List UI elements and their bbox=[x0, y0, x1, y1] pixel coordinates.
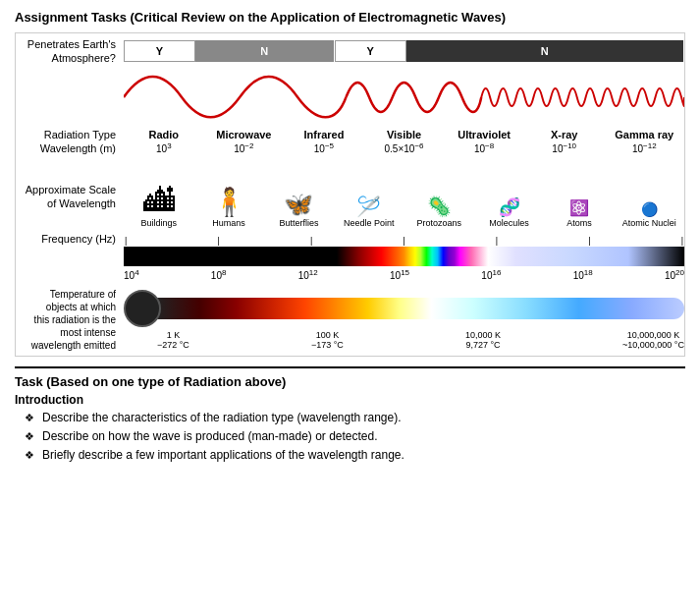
scale-atoms: ⚛️ Atoms bbox=[544, 200, 614, 228]
freq-val-7: 1020 bbox=[665, 268, 684, 281]
temperature-numbers: 1 K−272 °C 100 K−173 °C 10,000 K9,727 °C… bbox=[124, 330, 684, 350]
atmosphere-label: Penetrates Earth'sAtmosphere? bbox=[16, 37, 124, 66]
bullet-2-text: Describe on how the wave is produced (ma… bbox=[42, 429, 378, 443]
frequency-label: Frequency (Hz) bbox=[16, 232, 124, 246]
scale-protozoans: 🦠 Protozoans bbox=[404, 196, 474, 228]
atm-no-2: N bbox=[406, 40, 685, 62]
bullet-3: Briefly describe a few important applica… bbox=[25, 448, 685, 462]
scale-icons-row: 🏙 Buildings 🧍 Humans 🦋 Butterflies 🪡 Nee… bbox=[124, 159, 684, 228]
rad-microwave: Microwave 10−2 bbox=[204, 128, 285, 156]
rad-gamma: Gamma ray 10−12 bbox=[604, 128, 684, 156]
rad-radio: Radio 103 bbox=[124, 128, 204, 156]
scale-molecules: 🧬 Molecules bbox=[474, 198, 544, 228]
freq-tick: | bbox=[496, 236, 498, 246]
scale-humans: 🧍 Humans bbox=[193, 189, 263, 228]
humans-icon: 🧍 bbox=[212, 189, 246, 216]
scale-content: 🏙 Buildings 🧍 Humans 🦋 Butterflies 🪡 Nee… bbox=[124, 159, 684, 228]
freq-tick: | bbox=[681, 236, 683, 246]
intro-title: Introduction bbox=[15, 393, 685, 407]
rad-xray: X-ray 10−10 bbox=[524, 128, 605, 156]
wavelength-unit-text: Wavelength (m) bbox=[16, 141, 116, 155]
task-title: Task (Based on one type of Radiation abo… bbox=[15, 374, 685, 389]
scale-needle-label: Needle Point bbox=[344, 218, 395, 228]
radiation-label: Radiation Type Wavelength (m) bbox=[16, 128, 124, 156]
em-spectrum-chart: Penetrates Earth'sAtmosphere? Y N Y N bbox=[15, 32, 685, 357]
temp-100k: 100 K−173 °C bbox=[311, 330, 344, 350]
radiation-row: Radiation Type Wavelength (m) Radio 103 … bbox=[16, 128, 684, 156]
molecules-icon: 🧬 bbox=[499, 198, 520, 216]
freq-val-3: 1012 bbox=[298, 268, 318, 281]
frequency-numbers: 104 108 1012 1015 1016 1018 1020 bbox=[124, 268, 684, 281]
atm-yes-1: Y bbox=[124, 40, 195, 62]
section-divider bbox=[15, 366, 685, 368]
bullet-3-text: Briefly describe a few important applica… bbox=[42, 448, 404, 462]
frequency-content: | | | | | | | 104 108 1012 1015 101 bbox=[124, 232, 684, 283]
rad-ultraviolet: Ultraviolet 10−8 bbox=[444, 128, 524, 156]
wave-svg bbox=[124, 70, 684, 124]
scale-buildings: 🏙 Buildings bbox=[124, 185, 193, 228]
temp-10mk: 10,000,000 K~10,000,000 °C bbox=[622, 330, 684, 350]
scale-protozoans-label: Protozoans bbox=[416, 218, 461, 228]
scale-nuclei: 🔵 Atomic Nuclei bbox=[615, 202, 684, 228]
main-title: Assignment Tasks (Critical Review on the… bbox=[15, 10, 685, 25]
temperature-label: Temperature ofobjects at whichthis radia… bbox=[16, 288, 124, 352]
scale-molecules-label: Molecules bbox=[489, 218, 529, 228]
atm-yes-2: Y bbox=[335, 40, 406, 62]
freq-tick: | bbox=[588, 236, 590, 246]
radiation-type-text: Radiation Type bbox=[16, 128, 116, 141]
page-container: Assignment Tasks (Critical Review on the… bbox=[15, 10, 685, 462]
temperature-gradient-bar bbox=[157, 298, 684, 319]
radiation-content: Radio 103 Microwave 10−2 Infrared 10−5 V… bbox=[124, 128, 684, 156]
rad-visible: Visible 0.5×10−6 bbox=[364, 128, 445, 156]
bullet-list: Describe the characteristics of the radi… bbox=[15, 411, 685, 462]
bullet-1-text: Describe the characteristics of the radi… bbox=[42, 411, 402, 424]
atmosphere-row: Penetrates Earth'sAtmosphere? Y N Y N bbox=[16, 37, 684, 66]
temperature-circle bbox=[124, 290, 161, 327]
scale-butterflies: 🦋 Butterflies bbox=[264, 193, 334, 228]
scale-humans-label: Humans bbox=[212, 218, 245, 228]
temperature-content: 1 K−272 °C 100 K−173 °C 10,000 K9,727 °C… bbox=[124, 290, 684, 350]
frequency-ticks: | | | | | | | bbox=[124, 236, 684, 246]
protozoans-icon: 🦠 bbox=[427, 196, 452, 216]
freq-val-6: 1018 bbox=[573, 268, 593, 281]
wave-content bbox=[124, 70, 684, 124]
scale-needle: 🪡 Needle Point bbox=[334, 196, 404, 228]
spectrum-bar bbox=[124, 247, 684, 266]
wave-row bbox=[16, 70, 684, 124]
task-section: Task (Based on one type of Radiation abo… bbox=[15, 374, 685, 462]
freq-val-5: 1016 bbox=[481, 268, 501, 281]
radiation-types-row: Radio 103 Microwave 10−2 Infrared 10−5 V… bbox=[124, 128, 684, 156]
freq-val-1: 104 bbox=[124, 268, 139, 281]
scale-nuclei-label: Atomic Nuclei bbox=[622, 218, 676, 228]
scale-buildings-label: Buildings bbox=[140, 218, 177, 228]
scale-butterflies-label: Butterflies bbox=[279, 218, 318, 228]
bullet-1: Describe the characteristics of the radi… bbox=[25, 411, 685, 424]
frequency-bar-container: | | | | | | | 104 108 1012 1015 101 bbox=[124, 236, 684, 281]
scale-label: Approximate Scaleof Wavelength bbox=[16, 183, 124, 229]
freq-tick: | bbox=[403, 236, 404, 246]
rad-infrared: Infrared 10−5 bbox=[284, 128, 364, 156]
freq-val-4: 1015 bbox=[390, 268, 409, 281]
scale-row: Approximate Scaleof Wavelength 🏙 Buildin… bbox=[16, 159, 684, 228]
nuclei-icon: 🔵 bbox=[641, 202, 658, 216]
temp-10000k: 10,000 K9,727 °C bbox=[465, 330, 501, 350]
freq-val-2: 108 bbox=[211, 268, 227, 281]
atmosphere-content: Y N Y N bbox=[124, 40, 684, 62]
atm-no-1: N bbox=[195, 40, 335, 62]
temperature-bar-wrap bbox=[124, 290, 684, 327]
needle-icon: 🪡 bbox=[356, 196, 381, 216]
butterflies-icon: 🦋 bbox=[284, 193, 313, 216]
atmosphere-bar: Y N Y N bbox=[124, 40, 684, 62]
freq-tick: | bbox=[125, 236, 127, 246]
frequency-row: Frequency (Hz) | | | | | | | 104 bbox=[16, 232, 684, 283]
freq-tick: | bbox=[217, 236, 219, 246]
temperature-section: Temperature ofobjects at whichthis radia… bbox=[16, 288, 684, 352]
temp-1k: 1 K−272 °C bbox=[157, 330, 189, 350]
freq-tick: | bbox=[310, 236, 312, 246]
bullet-2: Describe on how the wave is produced (ma… bbox=[25, 429, 685, 443]
buildings-icon: 🏙 bbox=[143, 185, 175, 216]
scale-atoms-label: Atoms bbox=[566, 218, 592, 228]
atoms-icon: ⚛️ bbox=[569, 200, 589, 216]
